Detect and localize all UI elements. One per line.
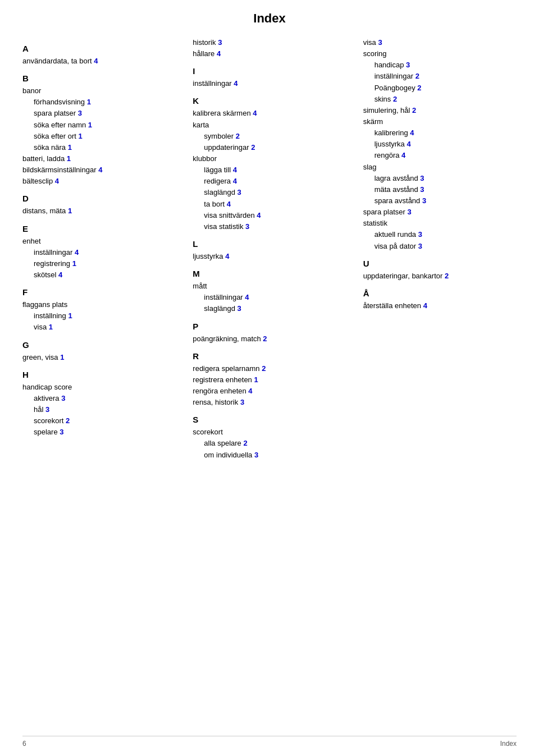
index-entry: registrera enheten 1 [193, 374, 346, 386]
index-entry: distans, mäta 1 [22, 205, 176, 217]
index-entry: bältesclip 4 [22, 176, 176, 187]
index-entry: aktivera 3 [22, 393, 176, 404]
index-entry: banor [22, 85, 176, 97]
section-letter: S [193, 414, 346, 425]
index-entry: kalibrering 4 [363, 127, 517, 139]
section-letter: U [363, 258, 517, 269]
section-letter: I [193, 65, 346, 77]
index-entry: slaglängd 3 [193, 187, 346, 198]
index-entry: enhet [22, 236, 176, 247]
index-entry: handicap 3 [363, 59, 517, 71]
index-entry: flaggans plats [22, 299, 176, 310]
column-2: historik 3hållare 4Iinställningar 4Kkali… [193, 37, 346, 461]
index-entry: ljusstyrka 4 [363, 139, 517, 150]
index-entry: uppdateringar 2 [193, 142, 346, 153]
index-entry: aktuell runda 3 [363, 229, 517, 240]
index-entry: registrering 1 [22, 258, 176, 269]
index-entry: mått [193, 281, 346, 292]
index-entry: Poängbogey 2 [363, 83, 517, 94]
index-entry: lägga till 4 [193, 164, 346, 176]
section-letter: G [22, 339, 176, 351]
index-entry: klubbor [193, 153, 346, 164]
index-entry: användardata, ta bort 4 [22, 56, 176, 67]
section-letter: M [193, 268, 346, 280]
index-entry: scoring [363, 48, 517, 59]
index-entry: visa 3 [363, 37, 517, 48]
index-entry: skins 2 [363, 94, 517, 105]
index-entry: green, visa 1 [22, 352, 176, 363]
index-entry: statistik [363, 218, 517, 229]
index-entry: rengöra 4 [363, 150, 517, 161]
index-entry: spara avstånd 3 [363, 195, 517, 207]
index-entry: lagra avstånd 3 [363, 173, 517, 184]
index-entry: om individuella 3 [193, 450, 346, 461]
index-entry: redigera spelarnamn 2 [193, 363, 346, 374]
index-entry: inställningar 4 [193, 78, 346, 89]
index-entry: spara platser 3 [363, 207, 517, 218]
section-letter: L [193, 238, 346, 250]
section-letter: A [22, 43, 176, 54]
footer-section-name: Index [500, 740, 517, 748]
index-entry: slag [363, 162, 517, 173]
section-letter: K [193, 95, 346, 107]
index-entry: historik 3 [193, 37, 346, 48]
column-3: visa 3scoringhandicap 3inställningar 2Po… [363, 37, 517, 311]
index-entry: kalibrera skärmen 4 [193, 108, 346, 119]
section-letter: H [22, 369, 176, 381]
index-entry: inställningar 4 [22, 247, 176, 258]
section-letter: D [22, 193, 176, 204]
footer: 6 Index [22, 736, 517, 748]
index-entry: poängräkning, match 2 [193, 333, 346, 345]
index-entry: spara platser 3 [22, 108, 176, 119]
index-entry: inställning 1 [22, 310, 176, 322]
index-entry: visa snittvärden 4 [193, 210, 346, 221]
index-entry: handicap score [22, 382, 176, 393]
index-entry: inställningar 2 [363, 71, 517, 82]
index-entry: visa statistik 3 [193, 221, 346, 232]
index-entry: slaglängd 3 [193, 303, 346, 314]
index-entry: uppdateringar, bankartor 2 [363, 271, 517, 282]
footer-page-number: 6 [22, 740, 26, 748]
index-entry: mäta avstånd 3 [363, 184, 517, 195]
index-entry: bildskärmsinställningar 4 [22, 164, 176, 176]
page-container: Index Aanvändardata, ta bort 4Bbanorförh… [0, 0, 539, 756]
index-entry: redigera 4 [193, 176, 346, 187]
section-letter: E [22, 223, 176, 235]
index-entry: rengöra enheten 4 [193, 386, 346, 397]
index-grid: Aanvändardata, ta bort 4Bbanorförhandsvi… [22, 37, 517, 461]
index-entry: hål 3 [22, 404, 176, 415]
page-title: Index [22, 11, 517, 26]
column-1: Aanvändardata, ta bort 4Bbanorförhandsvi… [22, 37, 176, 438]
index-entry: visa 1 [22, 322, 176, 333]
index-entry: söka efter ort 1 [22, 131, 176, 142]
index-entry: ta bort 4 [193, 199, 346, 210]
index-entry: skötsel 4 [22, 269, 176, 281]
index-entry: batteri, ladda 1 [22, 153, 176, 164]
index-entry: inställningar 4 [193, 292, 346, 303]
index-entry: visa på dator 3 [363, 241, 517, 252]
index-entry: ljusstyrka 4 [193, 251, 346, 262]
index-entry: återställa enheten 4 [363, 300, 517, 311]
section-letter: F [22, 286, 176, 298]
section-letter: B [22, 72, 176, 84]
index-entry: scorekort [193, 427, 346, 438]
index-entry: alla spelare 2 [193, 438, 346, 449]
section-letter: P [193, 320, 346, 332]
index-entry: symboler 2 [193, 131, 346, 142]
index-entry: skärm [363, 116, 517, 127]
index-entry: söka efter namn 1 [22, 120, 176, 131]
index-entry: simulering, hål 2 [363, 105, 517, 116]
section-letter: Å [363, 287, 517, 299]
index-entry: söka nära 1 [22, 142, 176, 153]
index-entry: karta [193, 120, 346, 131]
index-entry: scorekort 2 [22, 415, 176, 427]
index-entry: spelare 3 [22, 427, 176, 438]
index-entry: hållare 4 [193, 48, 346, 59]
index-entry: förhandsvisning 1 [22, 97, 176, 108]
index-entry: rensa, historik 3 [193, 397, 346, 408]
section-letter: R [193, 350, 346, 362]
